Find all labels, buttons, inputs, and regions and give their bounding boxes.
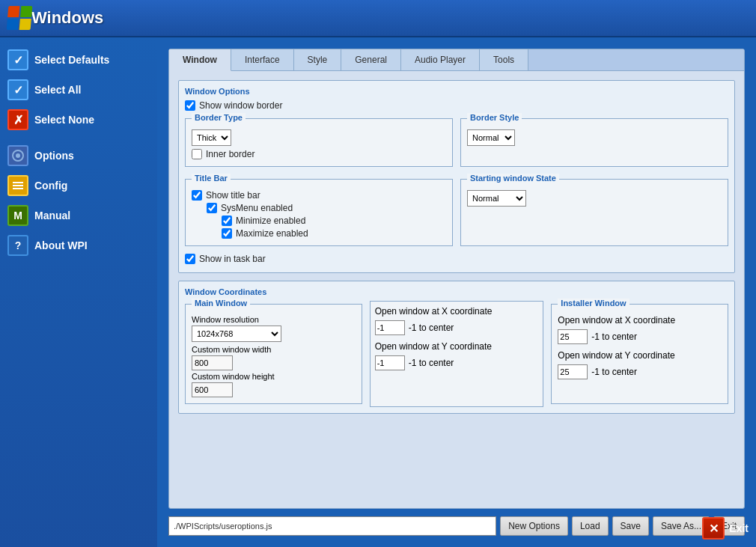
border-style-select[interactable]: Normal Raised Sunken bbox=[467, 129, 515, 146]
sidebar-label-about-wpi: About WPI bbox=[34, 239, 88, 251]
starting-window-state-row: Normal Maximized Minimized bbox=[467, 190, 722, 207]
title-bar-group-title: Title Bar bbox=[192, 174, 231, 183]
tab-style[interactable]: Style bbox=[294, 49, 342, 70]
sidebar-item-select-defaults[interactable]: ✓ Select Defaults bbox=[0, 45, 157, 75]
minimize-label: Minimize enabled bbox=[236, 216, 305, 226]
maximize-row: Maximize enabled bbox=[222, 228, 446, 239]
show-title-bar-row: Show title bar bbox=[192, 190, 446, 201]
coordinates-layout: Main Window Window resolution 1024x768 8… bbox=[185, 301, 728, 407]
sidebar-item-about-wpi[interactable]: ? About WPI bbox=[0, 230, 157, 260]
installer-open-x-input[interactable] bbox=[558, 329, 588, 344]
title-bar-group: Title Bar Show title bar SysMenu enabled bbox=[185, 179, 453, 246]
tab-bar: Window Interface Style General Audio Pla… bbox=[169, 49, 744, 71]
footer-exit-icon[interactable]: ✕ bbox=[702, 517, 725, 540]
tab-content-window: Window Options Show window border Border… bbox=[169, 71, 744, 508]
show-title-bar-checkbox[interactable] bbox=[192, 190, 202, 201]
border-style-row: Normal Raised Sunken bbox=[467, 129, 722, 146]
resolution-select[interactable]: 1024x768 800x600 1280x1024 1920x1080 bbox=[192, 326, 281, 342]
custom-width-label: Custom window width bbox=[192, 345, 356, 354]
load-button[interactable]: Load bbox=[572, 516, 609, 536]
custom-height-input[interactable] bbox=[192, 382, 233, 397]
tab-window[interactable]: Window bbox=[169, 49, 231, 71]
sidebar-label-select-none: Select None bbox=[34, 114, 94, 126]
show-in-taskbar-label: Show in task bar bbox=[199, 254, 266, 264]
sidebar-label-options: Options bbox=[34, 150, 74, 162]
path-display: ./WPIScripts/useroptions.js bbox=[168, 516, 496, 536]
installer-open-y-value-row: -1 to center bbox=[558, 364, 722, 379]
sysmenu-checkbox[interactable] bbox=[207, 203, 217, 213]
main-window-title: Main Window bbox=[192, 299, 250, 308]
save-button[interactable]: Save bbox=[612, 516, 649, 536]
starting-window-state-title: Starting window State bbox=[467, 174, 559, 183]
svg-rect-3 bbox=[13, 185, 23, 186]
sidebar-label-config: Config bbox=[34, 180, 67, 192]
inner-border-row: Inner border bbox=[192, 149, 446, 159]
new-options-button[interactable]: New Options bbox=[500, 516, 568, 536]
open-x-input[interactable] bbox=[375, 320, 405, 335]
main-coord-section: Open window at X coordinate -1 to center… bbox=[370, 301, 544, 407]
svg-rect-2 bbox=[13, 182, 23, 183]
footer-exit-label: Exit bbox=[729, 522, 749, 534]
inner-border-checkbox[interactable] bbox=[192, 149, 202, 159]
app-title: Windows bbox=[31, 8, 103, 28]
content-area: Window Interface Style General Audio Pla… bbox=[157, 37, 756, 547]
tab-audio-player[interactable]: Audio Player bbox=[401, 49, 480, 70]
manual-icon: M bbox=[7, 205, 28, 226]
open-x-row: Open window at X coordinate bbox=[375, 306, 539, 317]
installer-window-group: Installer Window Open window at X coordi… bbox=[551, 304, 728, 404]
window-coordinates-title: Window Coordinates bbox=[185, 287, 728, 296]
inner-border-label: Inner border bbox=[206, 149, 254, 159]
resolution-row: Window resolution 1024x768 800x600 1280x… bbox=[192, 315, 356, 342]
border-type-select[interactable]: Thick Thin None bbox=[192, 129, 231, 146]
sysmenu-row: SysMenu enabled bbox=[207, 203, 446, 213]
open-x-label: Open window at X coordinate bbox=[375, 306, 493, 317]
installer-open-x-hint: -1 to center bbox=[591, 331, 637, 342]
installer-open-x-value-row: -1 to center bbox=[558, 329, 722, 344]
installer-open-x-label-row: Open window at X coordinate bbox=[558, 315, 722, 326]
main-layout: ✓ Select Defaults ✓ Select All ✗ Select … bbox=[0, 37, 756, 547]
options-icon bbox=[7, 145, 28, 166]
show-window-border-row: Show window border bbox=[185, 100, 728, 111]
installer-open-y-label-row: Open window at Y coordinate bbox=[558, 350, 722, 361]
sidebar: ✓ Select Defaults ✓ Select All ✗ Select … bbox=[0, 37, 157, 547]
footer: ✕ Exit bbox=[702, 517, 749, 540]
title-bar: Windows bbox=[0, 0, 756, 37]
sidebar-item-config[interactable]: Config bbox=[0, 171, 157, 201]
installer-open-y-input[interactable] bbox=[558, 364, 588, 379]
sidebar-item-manual[interactable]: M Manual bbox=[0, 201, 157, 230]
show-in-taskbar-row: Show in task bar bbox=[185, 254, 728, 264]
custom-width-row: Custom window width bbox=[192, 345, 356, 370]
save-as-button[interactable]: Save As... bbox=[653, 516, 710, 536]
open-y-input[interactable] bbox=[375, 355, 405, 370]
sidebar-item-select-all[interactable]: ✓ Select All bbox=[0, 75, 157, 105]
tab-tools[interactable]: Tools bbox=[480, 49, 528, 70]
installer-open-y-label: Open window at Y coordinate bbox=[558, 350, 674, 361]
x-icon: ✗ bbox=[7, 109, 28, 130]
sidebar-label-select-all: Select All bbox=[34, 84, 82, 96]
custom-width-input[interactable] bbox=[192, 355, 233, 370]
open-y-hint: -1 to center bbox=[409, 358, 454, 368]
sidebar-item-options[interactable]: Options bbox=[0, 141, 157, 171]
custom-height-row: Custom window height bbox=[192, 372, 356, 397]
windows-logo bbox=[7, 6, 33, 30]
installer-open-y-hint: -1 to center bbox=[591, 367, 637, 377]
sidebar-item-select-none[interactable]: ✗ Select None bbox=[0, 105, 157, 135]
show-window-border-checkbox[interactable] bbox=[185, 100, 195, 111]
sidebar-label-manual: Manual bbox=[34, 210, 70, 221]
minimize-checkbox[interactable] bbox=[222, 216, 232, 226]
tab-general[interactable]: General bbox=[341, 49, 401, 70]
bottom-bar: ./WPIScripts/useroptions.js New Options … bbox=[168, 516, 745, 536]
tab-interface[interactable]: Interface bbox=[231, 49, 294, 70]
maximize-checkbox[interactable] bbox=[222, 228, 232, 239]
installer-open-x-label: Open window at X coordinate bbox=[558, 315, 675, 326]
maximize-label: Maximize enabled bbox=[236, 228, 308, 239]
show-in-taskbar-checkbox[interactable] bbox=[185, 254, 195, 264]
custom-height-label: Custom window height bbox=[192, 372, 356, 381]
starting-window-state-select[interactable]: Normal Maximized Minimized bbox=[467, 190, 526, 207]
border-type-group: Border Type Thick Thin None Inner bbox=[185, 118, 453, 167]
border-style-group: Border Style Normal Raised Sunken bbox=[460, 118, 728, 167]
svg-rect-4 bbox=[13, 188, 23, 189]
resolution-label: Window resolution bbox=[192, 315, 356, 324]
svg-point-1 bbox=[16, 153, 20, 158]
window-coordinates-section: Window Coordinates Main Window Window re… bbox=[178, 281, 735, 414]
